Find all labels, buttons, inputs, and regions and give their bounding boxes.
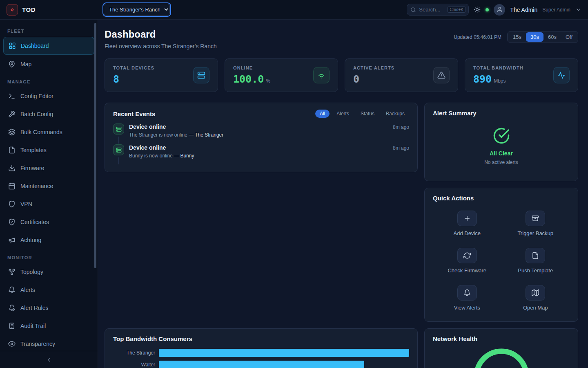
archive-icon	[526, 211, 545, 226]
refresh-option-15s[interactable]: 15s	[508, 32, 526, 42]
sidebar-item-vpn[interactable]: VPN	[3, 195, 94, 213]
sidebar-item-dashboard[interactable]: Dashboard	[3, 37, 94, 55]
quick-action-label: Open Map	[523, 305, 548, 311]
stat-value-row: 0	[353, 73, 394, 85]
app-name: TOD	[22, 6, 36, 13]
quick-action-add-device[interactable]: Add Device	[433, 211, 501, 236]
sidebar-item-achtung[interactable]: Achtung	[3, 231, 94, 249]
bell-cog-icon	[8, 304, 16, 312]
fleet-selector[interactable]: The Stranger's Ranch	[104, 4, 170, 16]
search-shortcut-badge: Cmd+K	[447, 7, 466, 13]
quick-action-push-template[interactable]: Push Template	[501, 248, 570, 274]
refresh-option-off[interactable]: Off	[561, 32, 577, 42]
refresh-icon	[457, 248, 477, 263]
quick-action-label: Push Template	[518, 267, 553, 274]
page-header-left: Dashboard Fleet overview across The Stra…	[105, 29, 217, 49]
recent-events-header: Recent Events All Alerts Status Backups	[113, 110, 409, 118]
bandwidth-bar	[159, 361, 364, 368]
search-input[interactable]	[419, 7, 444, 13]
chevron-down-icon	[575, 7, 581, 13]
stat-value-row: 890 Mbps	[473, 73, 523, 85]
wifi-icon	[313, 67, 330, 83]
sidebar-item-map[interactable]: Map	[3, 56, 94, 73]
connection-status-dot	[486, 8, 489, 11]
event-detail: The Stranger is now online — The Strange…	[129, 132, 409, 138]
event-filter-all[interactable]: All	[315, 110, 330, 118]
stat-value: 890	[473, 73, 492, 85]
stat-label: ONLINE	[233, 65, 270, 70]
refresh-option-30s[interactable]: 30s	[526, 32, 543, 42]
page-title: Dashboard	[105, 29, 217, 40]
sidebar-item-certificates[interactable]: Certificates	[3, 213, 94, 231]
quick-action-label: Check Firmware	[448, 267, 486, 274]
sidebar-item-maintenance[interactable]: Maintenance	[3, 177, 94, 195]
events-list: Device online 8m ago The Stranger is now…	[113, 123, 409, 165]
event-time: 8m ago	[393, 145, 409, 151]
sidebar-item-alert-rules[interactable]: Alert Rules	[3, 299, 94, 316]
quick-action-check-firmware[interactable]: Check Firmware	[433, 248, 501, 274]
sidebar-scrollbar[interactable]	[94, 23, 96, 268]
brand: TOD	[0, 4, 98, 16]
quick-action-trigger-backup[interactable]: Trigger Backup	[501, 211, 570, 236]
recent-events-title: Recent Events	[113, 110, 155, 117]
network-health-title: Network Health	[433, 335, 570, 342]
event-filter-backups[interactable]: Backups	[381, 110, 409, 118]
stats-row: TOTAL DEVICES 8 ONLINE 100.0 %	[105, 58, 578, 92]
sidebar-item-label: Maintenance	[20, 183, 53, 189]
bell-icon	[8, 286, 16, 294]
event-row[interactable]: Device online 8m ago The Stranger is now…	[113, 123, 409, 144]
sun-icon	[474, 6, 481, 13]
megaphone-icon	[8, 236, 16, 244]
alert-summary-title: Alert Summary	[433, 110, 570, 117]
sidebar-item-transparency[interactable]: Transparency	[3, 335, 94, 351]
stat-text: ACTIVE ALERTS 0	[353, 65, 394, 85]
layers-icon	[8, 128, 16, 136]
user-role: Super Admin	[542, 7, 570, 13]
event-title: Device online	[129, 123, 166, 130]
app-root: TOD The Stranger's Ranch Cmd+K	[0, 0, 588, 368]
refresh-option-60s[interactable]: 60s	[543, 32, 561, 42]
sidebar-section-fleet: FLEET	[3, 23, 94, 37]
download-icon	[8, 164, 16, 172]
sidebar-item-topology[interactable]: Topology	[3, 263, 94, 280]
alert-summary-status: All Clear	[490, 150, 513, 157]
event-top: Device online 8m ago	[129, 123, 409, 130]
sidebar-collapse-button[interactable]	[0, 351, 98, 368]
event-device-name: — Bunny	[174, 153, 194, 159]
sidebar-section-manage: MANAGE	[3, 74, 94, 88]
stat-value: 8	[113, 73, 119, 85]
sidebar-item-firmware[interactable]: Firmware	[3, 159, 94, 177]
user-icon	[497, 7, 503, 13]
global-search[interactable]: Cmd+K	[407, 4, 469, 16]
stat-unit: %	[266, 78, 270, 84]
sidebar-item-label: Audit Trail	[20, 323, 46, 329]
sidebar-item-batch-config[interactable]: Batch Config	[3, 105, 94, 123]
quick-action-view-alerts[interactable]: View Alerts	[433, 285, 501, 311]
sidebar-item-templates[interactable]: Templates	[3, 141, 94, 159]
file-icon	[8, 146, 16, 154]
event-filter-row: All Alerts Status Backups	[315, 110, 409, 118]
bandwidth-card: Top Bandwidth Consumers The Stranger Wal…	[105, 328, 418, 368]
quick-action-open-map[interactable]: Open Map	[501, 285, 570, 311]
calendar-icon	[8, 182, 16, 190]
sidebar-item-alerts[interactable]: Alerts	[3, 281, 94, 298]
event-filter-alerts[interactable]: Alerts	[332, 110, 354, 118]
sidebar-item-bulk-commands[interactable]: Bulk Commands	[3, 123, 94, 141]
search-icon	[410, 7, 416, 13]
sidebar-item-config-editor[interactable]: Config Editor	[3, 88, 94, 105]
theme-toggle-button[interactable]	[474, 6, 481, 13]
avatar[interactable]	[494, 4, 505, 16]
quick-action-label: Add Device	[454, 230, 481, 236]
server-icon	[113, 144, 124, 155]
bandwidth-bar-track	[159, 349, 409, 357]
event-filter-status[interactable]: Status	[356, 110, 379, 118]
sidebar-item-label: Topology	[20, 269, 43, 275]
user-menu-chevron[interactable]	[575, 7, 581, 13]
sidebar-item-audit-trail[interactable]: Audit Trail	[3, 317, 94, 334]
main-content: Dashboard Fleet overview across The Stra…	[98, 20, 588, 368]
page-header-right: Updated 05:46:01 PM 15s 30s 60s Off	[454, 31, 578, 43]
event-row[interactable]: Device online 8m ago Bunny is now online…	[113, 144, 409, 165]
sidebar-item-label: Achtung	[20, 237, 41, 243]
map-pin-icon	[8, 61, 16, 68]
shield-icon	[8, 200, 16, 208]
